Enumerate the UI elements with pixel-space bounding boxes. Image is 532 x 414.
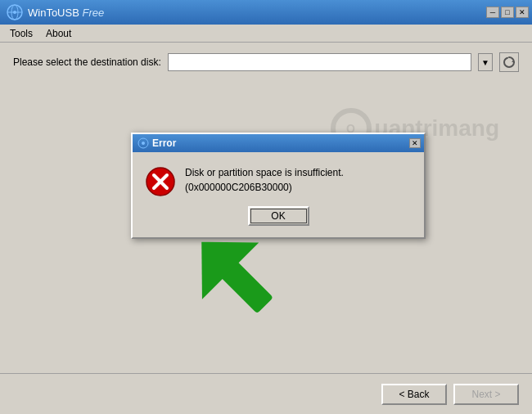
bottom-bar: < Back Next > xyxy=(0,373,532,414)
disk-select-box[interactable] xyxy=(168,53,471,71)
error-message: Disk or partition space is insufficient.… xyxy=(185,165,411,195)
dialog-title-bar: Error ✕ xyxy=(133,134,424,152)
dialog-title-icon xyxy=(138,137,149,149)
error-icon xyxy=(146,167,175,196)
dialog-body: Disk or partition space is insufficient.… xyxy=(133,152,424,206)
disk-selector-row: Please select the destination disk: ▼ xyxy=(13,52,519,72)
dialog-footer: OK xyxy=(133,206,424,237)
next-button[interactable]: Next > xyxy=(453,384,519,405)
back-button[interactable]: < Back xyxy=(381,384,447,405)
dialog-title-text: Error xyxy=(152,137,176,149)
disk-dropdown-button[interactable]: ▼ xyxy=(478,53,493,71)
error-dialog: Error ✕ Disk or partition space is insuf… xyxy=(131,133,426,239)
disk-refresh-button[interactable] xyxy=(499,52,519,72)
minimize-button[interactable]: ─ xyxy=(486,7,499,18)
disk-label: Please select the destination disk: xyxy=(13,56,161,68)
refresh-icon xyxy=(503,56,516,69)
main-content: Please select the destination disk: ▼ Q … xyxy=(0,43,532,414)
title-bar: WinToUSB Free ─ □ ✕ xyxy=(0,0,532,25)
ok-button[interactable]: OK xyxy=(248,206,309,226)
svg-point-6 xyxy=(142,142,145,145)
svg-rect-10 xyxy=(205,245,273,313)
close-button[interactable]: ✕ xyxy=(516,7,529,18)
menu-about[interactable]: About xyxy=(39,26,78,41)
menu-tools[interactable]: Tools xyxy=(3,26,39,41)
maximize-button[interactable]: □ xyxy=(501,7,514,18)
svg-point-3 xyxy=(13,11,16,14)
dialog-close-button[interactable]: ✕ xyxy=(409,138,421,148)
arrow-indicator xyxy=(196,223,295,349)
menu-bar: Tools About xyxy=(0,25,532,43)
app-icon xyxy=(7,4,23,20)
app-title: WinToUSB Free xyxy=(28,7,104,19)
